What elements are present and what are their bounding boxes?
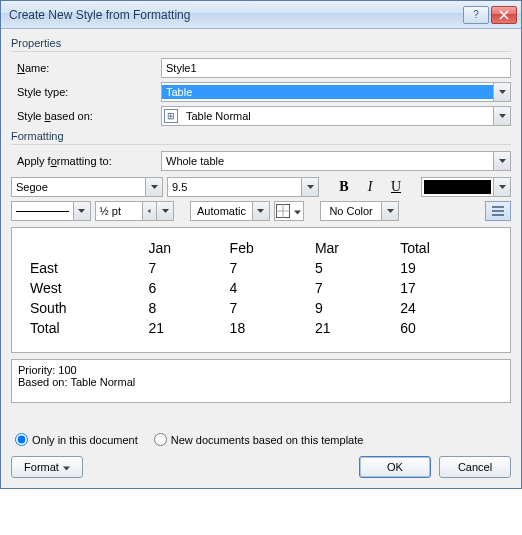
style-info-box: Priority: 100 Based on: Table Normal [11, 359, 511, 403]
table-header [26, 238, 144, 258]
font-size-combo[interactable]: 9.5 [167, 177, 319, 197]
chevron-down-icon[interactable] [493, 107, 510, 125]
dialog-title: Create New Style from Formatting [5, 8, 463, 22]
chevron-down-icon[interactable] [493, 178, 510, 196]
underline-button[interactable]: U [385, 177, 407, 197]
style-type-value: Table [162, 85, 493, 99]
font-color-picker[interactable] [421, 177, 511, 197]
line-preview [16, 211, 69, 212]
italic-button[interactable]: I [359, 177, 381, 197]
table-header: Mar [311, 238, 396, 258]
style-type-label: Style type: [11, 86, 161, 98]
color-swatch-black [424, 180, 491, 194]
table-header: Total [396, 238, 496, 258]
table-row: West64717 [26, 278, 496, 298]
radio-input[interactable] [15, 433, 28, 446]
name-label: Name: [11, 62, 161, 74]
format-button[interactable]: Format [11, 456, 83, 478]
apply-to-combo[interactable]: Whole table [161, 151, 511, 171]
border-picker[interactable] [274, 201, 304, 221]
fill-color-value: No Color [321, 204, 382, 218]
font-size-value: 9.5 [168, 180, 301, 194]
table-row: East77519 [26, 258, 496, 278]
name-input[interactable] [161, 58, 511, 78]
lines-icon [491, 205, 505, 217]
border-toolbar: ½ pt Automatic No Color [11, 201, 511, 221]
chevron-down-icon[interactable] [252, 202, 269, 220]
chevron-down-icon[interactable] [73, 202, 90, 220]
more-options-button[interactable] [485, 201, 511, 221]
table-icon: ⊞ [164, 109, 178, 123]
apply-to-label: Apply formatting to: [11, 155, 161, 167]
dialog-footer: Format OK Cancel [11, 456, 511, 478]
based-on-combo[interactable]: ⊞ Table Normal [161, 106, 511, 126]
chevron-down-icon [294, 205, 301, 217]
line-weight-value: ½ pt [96, 204, 143, 218]
cancel-button[interactable]: Cancel [439, 456, 511, 478]
radio-input[interactable] [154, 433, 167, 446]
apply-to-value: Whole table [162, 154, 493, 168]
fill-color-combo[interactable]: No Color [320, 201, 400, 221]
radio-label: Only in this document [32, 434, 138, 446]
basedon-text: Based on: Table Normal [18, 376, 504, 388]
chevron-down-icon [63, 461, 70, 473]
table-row: Total21182160 [26, 318, 496, 338]
close-button[interactable] [491, 6, 517, 24]
help-button[interactable]: ? [463, 6, 489, 24]
table-header-row: Jan Feb Mar Total [26, 238, 496, 258]
table-row: South87924 [26, 298, 496, 318]
divider [11, 51, 511, 52]
preview-box: Jan Feb Mar Total East77519 West64717 So… [11, 227, 511, 353]
table-header: Feb [226, 238, 311, 258]
chevron-down-icon[interactable] [493, 152, 510, 170]
chevron-down-icon[interactable] [156, 202, 173, 220]
titlebar[interactable]: Create New Style from Formatting ? [1, 1, 521, 29]
radio-only-this-doc[interactable]: Only in this document [15, 433, 138, 446]
font-name-combo[interactable]: Segoe [11, 177, 163, 197]
ok-button[interactable]: OK [359, 456, 431, 478]
priority-text: Priority: 100 [18, 364, 504, 376]
font-name-value: Segoe [12, 180, 145, 194]
chevron-down-icon[interactable] [381, 202, 398, 220]
border-grid-icon [276, 204, 290, 218]
table-header: Jan [144, 238, 225, 258]
style-type-combo[interactable]: Table [161, 82, 511, 102]
based-on-label: Style based on: [11, 110, 161, 122]
line-weight-combo[interactable]: ½ pt [95, 201, 175, 221]
bold-button[interactable]: B [333, 177, 355, 197]
line-weight-handle[interactable] [142, 202, 156, 220]
chevron-down-icon[interactable] [301, 178, 318, 196]
line-style-combo[interactable] [11, 201, 91, 221]
based-on-value: Table Normal [182, 109, 493, 123]
chevron-down-icon[interactable] [493, 83, 510, 101]
radio-new-docs[interactable]: New documents based on this template [154, 433, 364, 446]
divider [11, 144, 511, 145]
formatting-group-label: Formatting [11, 130, 511, 142]
line-color-value: Automatic [191, 204, 252, 218]
line-color-combo[interactable]: Automatic [190, 201, 270, 221]
font-toolbar: Segoe 9.5 B I U [11, 177, 511, 197]
properties-group-label: Properties [11, 37, 511, 49]
radio-label: New documents based on this template [171, 434, 364, 446]
scope-radios: Only in this document New documents base… [15, 433, 511, 446]
chevron-down-icon[interactable] [145, 178, 162, 196]
preview-table: Jan Feb Mar Total East77519 West64717 So… [26, 238, 496, 338]
dialog-window: Create New Style from Formatting ? Prope… [0, 0, 522, 489]
